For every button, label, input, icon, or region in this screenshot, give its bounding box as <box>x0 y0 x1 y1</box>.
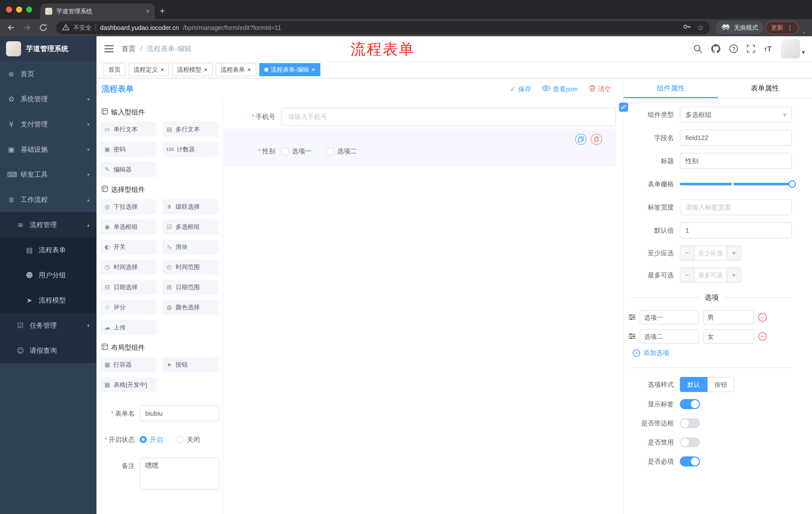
tag-process-model[interactable]: 流程模型 × <box>172 63 212 76</box>
palette-item-single-line-text[interactable]: ▭单行文本 <box>100 122 156 137</box>
tab-component-props[interactable]: 组件属性 <box>624 78 718 98</box>
title-input[interactable] <box>680 153 792 169</box>
option-value-input[interactable] <box>703 310 754 324</box>
palette-item-checkbox-group[interactable]: ☑多选框组 <box>163 219 219 234</box>
palette-item-select[interactable]: ◎下拉选择 <box>100 199 156 214</box>
component-type-select[interactable]: 多选框组 ▼ <box>680 107 792 123</box>
palette-item-multi-line-text[interactable]: ▤多行文本 <box>163 122 219 137</box>
checkbox-option-1[interactable]: 选项一 <box>281 147 312 156</box>
palette-item-counter[interactable]: 123计数器 <box>163 142 219 157</box>
browser-update-button[interactable]: 更新 ⋮ <box>765 21 799 34</box>
github-icon[interactable] <box>711 44 720 53</box>
palette-item-editor[interactable]: ✎编辑器 <box>100 162 156 177</box>
close-icon[interactable]: × <box>160 66 164 73</box>
tag-home[interactable]: 首页 <box>104 63 126 76</box>
view-json-button[interactable]: 查看json <box>542 85 578 93</box>
window-minimize-button[interactable] <box>16 6 22 12</box>
breadcrumb-home[interactable]: 首页 <box>122 44 136 54</box>
tag-process-definition[interactable]: 流程定义 × <box>128 63 169 76</box>
close-icon[interactable]: × <box>204 66 207 73</box>
help-icon[interactable]: ? <box>729 45 738 53</box>
tab-form-props[interactable]: 表单属性 <box>718 78 812 98</box>
sidebar-item-workflow[interactable]: ≣ 工作流程 ▴ <box>0 187 96 212</box>
search-icon[interactable] <box>694 45 702 53</box>
clear-button[interactable]: 清空 <box>589 85 611 93</box>
border-switch[interactable] <box>680 418 700 428</box>
palette-item-slider[interactable]: ∿滑块 <box>163 239 219 254</box>
default-value-input[interactable] <box>680 222 792 238</box>
palette-item-time-range[interactable]: ◴时间范围 <box>163 260 219 275</box>
phone-input[interactable] <box>281 108 616 126</box>
bookmark-star-icon[interactable]: ☆ <box>697 24 704 31</box>
required-switch[interactable] <box>680 456 700 466</box>
increase-icon[interactable]: + <box>727 246 741 260</box>
close-icon[interactable]: × <box>312 66 315 73</box>
disabled-switch[interactable] <box>680 437 700 448</box>
max-select-value[interactable]: 最多可选 <box>694 268 727 282</box>
radio-on[interactable]: 开启 <box>140 435 163 444</box>
palette-item-date-range[interactable]: ⊞日期范围 <box>163 280 219 295</box>
window-close-button[interactable] <box>6 6 12 12</box>
drag-handle-icon[interactable] <box>629 332 636 341</box>
sidebar-item-payment[interactable]: ¥ 支付管理 ▾ <box>0 112 96 137</box>
option-name-input[interactable] <box>640 329 699 344</box>
sidebar-item-process-management[interactable]: ≡ 流程管理 ▴ <box>0 212 96 237</box>
form-remark-textarea[interactable]: 嘿嘿 <box>140 458 219 490</box>
sidebar-item-process-model[interactable]: ➤ 流程模型 <box>0 288 96 313</box>
hamburger-icon[interactable] <box>104 44 115 54</box>
palette-item-rate[interactable]: ☆评分 <box>100 300 156 315</box>
palette-item-radio-group[interactable]: ◉单选框组 <box>100 219 156 234</box>
radio-off[interactable]: 关闭 <box>177 435 200 444</box>
show-label-switch[interactable] <box>680 399 700 409</box>
sidebar-item-devtools[interactable]: ⌨ 研发工具 ▾ <box>0 162 96 187</box>
palette-item-row-container[interactable]: ▦行容器 <box>100 357 156 372</box>
palette-item-password[interactable]: ▣密码 <box>100 142 156 157</box>
style-default-button[interactable]: 默认 <box>680 377 707 392</box>
link-icon[interactable] <box>619 103 628 112</box>
increase-icon[interactable]: + <box>727 268 741 282</box>
checkbox-option-2[interactable]: 选项二 <box>327 147 357 156</box>
user-avatar[interactable] <box>781 39 800 58</box>
decrease-icon[interactable]: − <box>680 246 694 260</box>
sidebar-item-task-management[interactable]: ☑ 任务管理 ▾ <box>0 313 96 338</box>
form-name-input[interactable] <box>140 405 219 422</box>
user-menu[interactable]: ▼ <box>781 39 805 58</box>
drag-handle-icon[interactable] <box>629 313 636 322</box>
field-name-input[interactable] <box>680 130 792 146</box>
sidebar-item-system[interactable]: ⚙ 系统管理 ▾ <box>0 86 96 112</box>
remove-option-icon[interactable]: − <box>758 313 767 322</box>
palette-item-button[interactable]: ➤按钮 <box>163 357 219 372</box>
close-icon[interactable]: × <box>247 66 251 73</box>
address-bar[interactable]: 不安全 dashboard.yudao.iocoder.cn /bpm/mana… <box>56 21 710 34</box>
password-key-icon[interactable] <box>683 23 691 33</box>
sidebar-item-user-group[interactable]: ☻ 用户分组 <box>0 263 96 288</box>
palette-item-table[interactable]: ▦表格[开发中] <box>100 377 156 392</box>
sidebar-item-home[interactable]: ⊛ 首页 <box>0 61 96 86</box>
option-value-input[interactable] <box>703 329 754 344</box>
palette-item-color-picker[interactable]: ◍颜色选择 <box>163 300 219 315</box>
sidebar-item-infrastructure[interactable]: ▣ 基础设施 ▾ <box>0 137 96 162</box>
sidebar-item-leave-query[interactable]: ☺ 请假查询 <box>0 338 96 363</box>
canvas-field-phone[interactable]: *手机号 <box>224 108 616 126</box>
new-tab-button[interactable]: + <box>155 3 170 19</box>
decrease-icon[interactable]: − <box>680 268 694 282</box>
sidebar-logo[interactable]: 芋道管理系统 <box>0 36 96 61</box>
palette-item-switch[interactable]: ◐开关 <box>100 239 156 254</box>
palette-item-upload[interactable]: ☁上传 <box>100 320 156 335</box>
font-size-icon[interactable]: TT <box>764 45 772 53</box>
tag-process-form-edit[interactable]: 流程表单-编辑 × <box>259 63 320 76</box>
fullscreen-icon[interactable] <box>747 45 755 53</box>
label-width-input[interactable] <box>680 199 792 215</box>
back-icon[interactable] <box>4 21 18 34</box>
palette-item-time-picker[interactable]: ◷时间选择 <box>100 260 156 275</box>
security-label[interactable]: 不安全 <box>74 24 91 32</box>
option-name-input[interactable] <box>640 310 699 324</box>
form-grid-slider[interactable] <box>680 176 792 192</box>
canvas-field-gender-selected[interactable]: *性别 选项一 选项二 <box>224 129 616 167</box>
url-domain[interactable]: dashboard.yudao.iocoder.cn <box>100 24 179 31</box>
sidebar-item-process-form[interactable]: ▤ 流程表单 <box>0 237 96 263</box>
style-button-button[interactable]: 按钮 <box>707 377 735 392</box>
remove-option-icon[interactable]: − <box>758 332 767 341</box>
window-zoom-button[interactable] <box>26 6 32 12</box>
slider-handle[interactable] <box>788 180 796 188</box>
